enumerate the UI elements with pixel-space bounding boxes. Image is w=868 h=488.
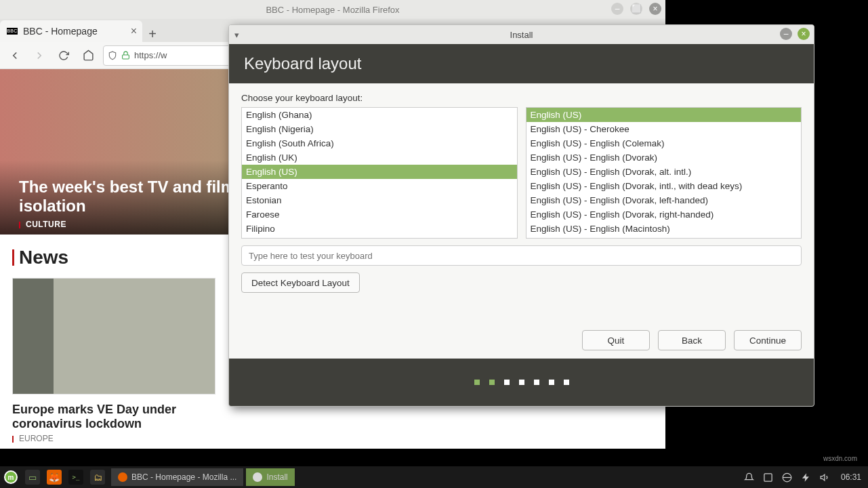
firefox-close-button[interactable]: × — [649, 3, 661, 15]
url-text: https://w — [134, 50, 167, 60]
layout-option[interactable]: Esperanto — [242, 179, 517, 193]
layout-option[interactable]: Estonian — [242, 193, 517, 207]
mint-menu-button[interactable] — [0, 466, 22, 488]
install-progress-dots — [229, 359, 814, 406]
install-close-button[interactable]: × — [798, 28, 810, 40]
clock[interactable]: 06:31 — [841, 472, 861, 482]
home-button[interactable] — [79, 46, 98, 65]
favicon-icon: BBC — [7, 28, 18, 35]
reload-button[interactable] — [54, 46, 73, 65]
task-firefox[interactable]: BBC - Homepage - Mozilla ... — [111, 468, 243, 486]
forward-button — [30, 46, 49, 65]
back-button[interactable] — [5, 46, 24, 65]
layout-option[interactable]: Faroese — [242, 207, 517, 222]
svg-rect-1 — [764, 473, 772, 481]
progress-dot — [564, 380, 569, 385]
tracking-shield-icon[interactable] — [108, 51, 117, 60]
show-desktop-icon[interactable]: ▭ — [22, 466, 43, 488]
variant-option[interactable]: English (US) — [526, 108, 802, 122]
keyboard-prompt: Choose your keyboard layout: — [241, 93, 802, 103]
layout-option[interactable]: English (Ghana) — [242, 108, 517, 122]
progress-dot — [549, 380, 554, 385]
new-tab-button[interactable]: + — [142, 26, 163, 42]
power-icon[interactable] — [800, 471, 812, 483]
notifications-icon[interactable] — [743, 471, 756, 483]
layout-option[interactable]: Filipino — [242, 222, 517, 236]
progress-dot — [489, 380, 495, 385]
variant-option[interactable]: English (US) - English (Dvorak, right-ha… — [526, 207, 802, 222]
installer-icon — [253, 472, 262, 482]
firefox-launcher-icon[interactable]: 🦊 — [43, 466, 65, 488]
layout-option[interactable]: English (Nigeria) — [242, 122, 517, 136]
terminal-launcher-icon[interactable]: >_ — [65, 466, 87, 488]
firefox-maximize-button[interactable]: ⬜ — [630, 3, 642, 15]
tab-close-icon[interactable]: × — [131, 25, 137, 37]
layout-option[interactable]: English (UK) — [242, 150, 517, 165]
progress-dot — [504, 380, 510, 385]
progress-dot — [474, 380, 480, 385]
taskbar: ▭ 🦊 >_ 🗂 BBC - Homepage - Mozilla ... In… — [0, 466, 868, 488]
install-header: Keyboard layout — [229, 44, 814, 83]
layout-option[interactable]: English (US) — [242, 165, 517, 179]
task-install[interactable]: Install — [246, 468, 294, 486]
workspace-icon[interactable] — [762, 471, 774, 483]
firefox-icon — [118, 472, 127, 482]
news-card-category: EUROPE — [12, 434, 653, 443]
quit-button[interactable]: Quit — [582, 330, 650, 350]
layout-option[interactable]: English (South Africa) — [242, 136, 517, 150]
progress-dot — [534, 380, 539, 385]
keyboard-layout-list[interactable]: English (Ghana)English (Nigeria)English … — [241, 107, 518, 239]
variant-option[interactable]: English (US) - English (Macintosh) — [526, 222, 802, 236]
news-card-title: Europe marks VE Day under coronavirus lo… — [12, 403, 215, 431]
lock-icon — [121, 51, 130, 60]
back-button[interactable]: Back — [658, 330, 726, 350]
install-window: ▾ Install – × Keyboard layout Choose you… — [228, 24, 814, 407]
install-window-title: Install — [510, 30, 533, 40]
svg-rect-0 — [123, 55, 129, 59]
files-launcher-icon[interactable]: 🗂 — [87, 466, 108, 488]
browser-tab[interactable]: BBC BBC - Homepage × — [0, 20, 142, 42]
tab-title: BBC - Homepage — [23, 26, 98, 37]
volume-icon[interactable] — [819, 471, 831, 483]
network-icon[interactable] — [781, 471, 793, 483]
install-titlebar[interactable]: ▾ Install – × — [229, 25, 814, 44]
progress-dot — [519, 380, 524, 385]
firefox-minimize-button[interactable]: – — [611, 3, 623, 15]
svg-marker-3 — [821, 474, 825, 481]
variant-option[interactable]: English (US) - English (Colemak) — [526, 136, 802, 150]
keyboard-test-input[interactable] — [241, 245, 802, 266]
variant-option[interactable]: English (US) - Cherokee — [526, 122, 802, 136]
window-menu-icon[interactable]: ▾ — [234, 30, 239, 40]
firefox-window-title: BBC - Homepage - Mozilla Firefox — [266, 5, 399, 15]
variant-option[interactable]: English (US) - English (Dvorak) — [526, 150, 802, 165]
firefox-titlebar[interactable]: BBC - Homepage - Mozilla Firefox – ⬜ × — [0, 0, 665, 19]
variant-option[interactable]: English (US) - English (Dvorak, intl., w… — [526, 179, 802, 193]
detect-keyboard-button[interactable]: Detect Keyboard Layout — [241, 272, 360, 293]
watermark: wsxdn.com — [823, 455, 857, 462]
variant-option[interactable]: English (US) - English (Dvorak, left-han… — [526, 193, 802, 207]
keyboard-variant-list[interactable]: English (US)English (US) - CherokeeEngli… — [526, 107, 802, 239]
variant-option[interactable]: English (US) - English (Dvorak, alt. int… — [526, 165, 802, 179]
continue-button[interactable]: Continue — [734, 330, 802, 350]
install-minimize-button[interactable]: – — [780, 28, 792, 40]
